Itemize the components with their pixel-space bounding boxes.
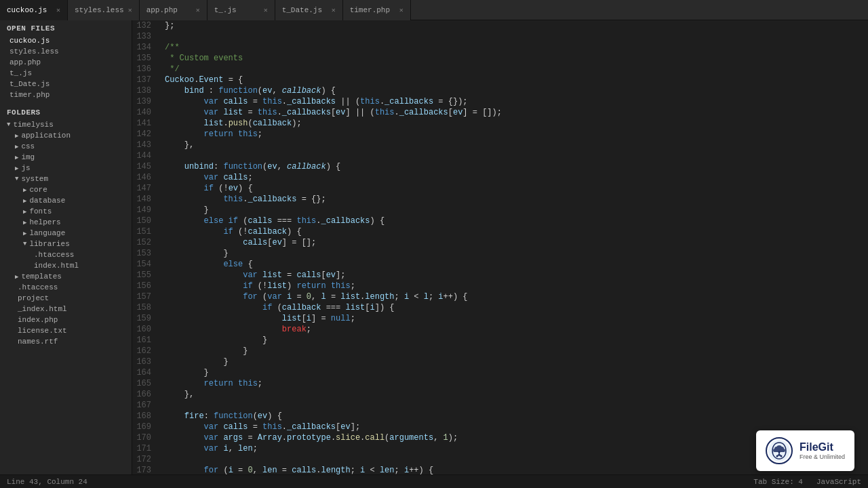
tab-close-icon[interactable]: ✕: [264, 6, 268, 14]
folder-arrow-icon: ▶: [15, 165, 18, 172]
code-line: 141 list.push(callback);: [132, 118, 868, 129]
folder-arrow-icon: ▶: [23, 219, 26, 226]
code-line: 147 if (!ev) {: [132, 183, 868, 194]
code-line: 164 }: [132, 367, 868, 378]
folder-fonts[interactable]: ▶ fonts: [16, 206, 132, 217]
folder-core[interactable]: ▶ core: [16, 184, 132, 195]
tab-close-icon[interactable]: ✕: [399, 6, 403, 14]
filegit-logo-icon: [766, 437, 793, 464]
code-line: 142 return this;: [132, 129, 868, 140]
sidebar-file-index-php[interactable]: index.php: [8, 314, 132, 325]
code-line: 138 bind : function(ev, callback) {: [132, 85, 868, 96]
code-line: 163 }: [132, 357, 868, 367]
tab-app-php[interactable]: app.php ✕: [140, 0, 208, 20]
folder-name: timelysis: [13, 121, 53, 129]
main-area: OPEN FILES cuckoo.js styles.less app.php…: [0, 20, 868, 474]
filegit-tagline: Free & Unlimited: [800, 453, 845, 460]
folder-img[interactable]: ▶ img: [8, 152, 132, 163]
folder-timelysis[interactable]: ▼ timelysis: [0, 119, 132, 130]
code-line: 167: [132, 400, 868, 411]
folder-timelysis-children: ▶ application ▶ css ▶ img ▶ js ▼ system: [0, 130, 132, 347]
sidebar-file-app-php[interactable]: app.php: [0, 57, 132, 68]
folder-css[interactable]: ▶ css: [8, 141, 132, 152]
code-line: 154 else {: [132, 259, 868, 270]
folder-libraries-children: .htaccess index.html: [16, 249, 132, 271]
tab-close-icon[interactable]: ✕: [332, 6, 336, 14]
folder-name: fonts: [29, 207, 52, 216]
folder-arrow-icon: ▼: [7, 121, 10, 128]
sidebar-file-htaccess-root[interactable]: .htaccess: [8, 282, 132, 293]
sidebar-file-styles-less[interactable]: styles.less: [0, 46, 132, 57]
sidebar-file-cuckoo-js[interactable]: cuckoo.js: [0, 35, 132, 46]
folder-name: css: [21, 142, 35, 150]
folders-title: FOLDERS: [0, 104, 132, 119]
folder-arrow-icon: ▶: [15, 273, 18, 281]
sidebar-file-index-html-root[interactable]: _index.html: [8, 304, 132, 314]
folder-arrow-icon: ▶: [15, 154, 18, 161]
code-line: 151 if (!callback) {: [132, 226, 868, 237]
tab-timer-php[interactable]: timer.php ✕: [343, 0, 411, 20]
folder-templates[interactable]: ▶ templates: [8, 271, 132, 282]
code-line: 159 list[i] = null;: [132, 313, 868, 324]
sidebar-file-project[interactable]: project: [8, 293, 132, 304]
folder-database[interactable]: ▶ database: [16, 195, 132, 206]
folder-js[interactable]: ▶ js: [8, 163, 132, 174]
editor-area[interactable]: 132}; 133 134/** 135 * Custom events 136…: [132, 20, 868, 474]
tab-styles-less[interactable]: styles.less ✕: [68, 0, 140, 20]
tab-cuckoo-js[interactable]: cuckoo.js ✕: [0, 0, 68, 20]
folder-system[interactable]: ▼ system: [8, 174, 132, 184]
tab-t-date-js[interactable]: t_Date.js ✕: [275, 0, 343, 20]
code-line: 162 }: [132, 346, 868, 357]
code-line: 133: [132, 31, 868, 42]
code-line: 157 for (var i = 0, l = list.length; i <…: [132, 291, 868, 302]
status-bar: Line 43, Column 24 Tab Size: 4 JavaScrip…: [0, 474, 868, 488]
code-line: 136 */: [132, 64, 868, 75]
tab-close-icon[interactable]: ✕: [56, 6, 60, 14]
sidebar-file-t-js[interactable]: t_.js: [0, 68, 132, 79]
sidebar-file-license[interactable]: license.txt: [8, 325, 132, 336]
code-line: 166 },: [132, 389, 868, 400]
code-line: 148 this._callbacks = {};: [132, 194, 868, 205]
code-line: 165 return this;: [132, 378, 868, 389]
folder-application[interactable]: ▶ application: [8, 130, 132, 141]
sidebar-file-timer-php[interactable]: timer.php: [0, 89, 132, 100]
svg-point-7: [780, 455, 782, 458]
tab-close-icon[interactable]: ✕: [196, 6, 200, 14]
folder-name: database: [29, 197, 65, 205]
sidebar-file-t-date-js[interactable]: t_Date.js: [0, 79, 132, 89]
tab-bar: cuckoo.js ✕ styles.less ✕ app.php ✕ t_.j…: [0, 0, 868, 20]
status-bar-right: Tab Size: 4 JavaScript: [753, 478, 861, 486]
code-line: 168 fire: function(ev) {: [132, 411, 868, 422]
code-line: 146 var calls;: [132, 172, 868, 183]
sidebar-file-index-html-lib[interactable]: index.html: [24, 260, 132, 271]
tab-label: t_.js: [214, 6, 260, 14]
folder-libraries[interactable]: ▼ libraries: [16, 239, 132, 249]
folder-arrow-icon: ▶: [15, 143, 18, 150]
tab-t-js[interactable]: t_.js ✕: [208, 0, 275, 20]
code-line: 144: [132, 150, 868, 161]
code-line: 132};: [132, 20, 868, 31]
filegit-text-block: FileGit Free & Unlimited: [800, 441, 845, 460]
code-line: 160 break;: [132, 324, 868, 335]
tab-label: cuckoo.js: [7, 6, 52, 14]
folder-name: js: [21, 164, 30, 172]
sidebar-file-htaccess-lib[interactable]: .htaccess: [24, 249, 132, 260]
code-table: 132}; 133 134/** 135 * Custom events 136…: [132, 20, 868, 474]
code-line: 161 }: [132, 335, 868, 346]
folder-arrow-icon: ▶: [23, 197, 26, 205]
code-line: 143 },: [132, 140, 868, 150]
code-line: 139 var calls = this._callbacks || (this…: [132, 96, 868, 107]
tab-close-icon[interactable]: ✕: [128, 6, 132, 14]
folder-name: language: [29, 229, 65, 237]
folder-arrow-icon: ▶: [15, 132, 18, 140]
code-line: 145 unbind: function(ev, callback) {: [132, 161, 868, 172]
sidebar-file-names[interactable]: names.rtf: [8, 336, 132, 347]
folder-language[interactable]: ▶ language: [16, 228, 132, 239]
code-line: 153 }: [132, 248, 868, 259]
folder-helpers[interactable]: ▶ helpers: [16, 217, 132, 228]
svg-point-6: [776, 455, 778, 458]
code-line: 152 calls[ev] = [];: [132, 237, 868, 248]
folder-name: core: [29, 186, 47, 194]
folder-name: libraries: [29, 240, 69, 248]
code-line: 149 }: [132, 205, 868, 216]
